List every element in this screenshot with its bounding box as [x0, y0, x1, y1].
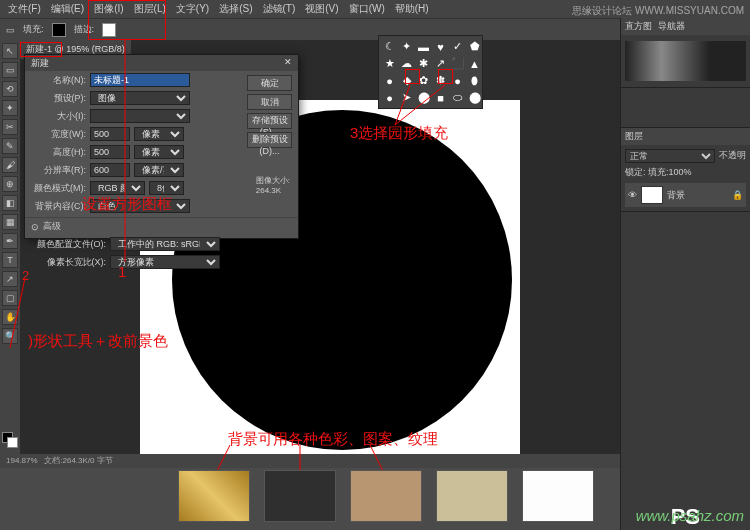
height-input[interactable] [90, 145, 130, 159]
blend-mode[interactable]: 正常 [625, 149, 715, 163]
size-label: 大小(I): [31, 110, 86, 123]
preset-select[interactable]: 图像 [90, 91, 190, 105]
shape-option[interactable]: ⬮ [467, 73, 482, 88]
hand-tool-icon[interactable]: ✋ [2, 309, 18, 325]
filesize-value: 264.3K [256, 186, 290, 195]
shape-option[interactable]: ★ [382, 56, 397, 71]
navigator-tab[interactable]: 导航器 [658, 20, 685, 33]
color-swatches-row [178, 470, 594, 522]
eyedropper-tool-icon[interactable]: ✎ [2, 138, 18, 154]
ok-button[interactable]: 确定 [247, 75, 292, 91]
status-bar: 194.87% 文档:264.3K/0 字节 [0, 454, 620, 468]
shape-option[interactable]: ● [450, 73, 465, 88]
pen-tool-icon[interactable]: ✒ [2, 233, 18, 249]
swatch-beige[interactable] [436, 470, 508, 522]
zoom-tool-icon[interactable]: 🔍 [2, 328, 18, 344]
res-input[interactable] [90, 163, 130, 177]
crop-tool-icon[interactable]: ✂ [2, 119, 18, 135]
shape-option[interactable]: ● [382, 73, 397, 88]
shape-tool-icon[interactable]: ▭ [6, 25, 15, 35]
shape-option[interactable]: ✦ [399, 39, 414, 54]
gradient-tool-icon[interactable]: ▦ [2, 214, 18, 230]
shape-tool-icon[interactable]: ▢ [2, 290, 18, 306]
histogram-tab[interactable]: 直方图 [625, 20, 652, 33]
aspect-label: 像素长宽比(X): [31, 256, 106, 269]
shape-option[interactable]: ✽ [433, 73, 448, 88]
res-unit[interactable]: 像素/英寸 [134, 163, 184, 177]
shape-option[interactable]: ■ [433, 90, 448, 105]
menu-type[interactable]: 文字(Y) [172, 1, 213, 17]
zoom-value[interactable]: 194.87% [6, 456, 38, 465]
shape-option[interactable]: ☾ [382, 39, 397, 54]
shape-option[interactable]: ⬭ [450, 90, 465, 105]
menu-image[interactable]: 图像(I) [90, 1, 127, 17]
new-document-dialog: 新建✕ 确定 取消 存储预设(S)... 删除预设(D)... 名称(N): 预… [24, 54, 299, 239]
stamp-tool-icon[interactable]: ⊕ [2, 176, 18, 192]
menu-filter[interactable]: 滤镜(T) [259, 1, 300, 17]
shape-option[interactable]: ⬤ [416, 90, 431, 105]
layer-row[interactable]: 👁 背景 🔒 [625, 183, 746, 207]
name-input[interactable] [90, 73, 190, 87]
mode-select[interactable]: RGB 颜色 [90, 181, 145, 195]
swatch-white[interactable] [522, 470, 594, 522]
shape-option[interactable]: ▬ [416, 39, 431, 54]
type-tool-icon[interactable]: T [2, 252, 18, 268]
res-label: 分辨率(R): [31, 164, 86, 177]
profile-select[interactable]: 工作中的 RGB: sRGB IEC6196... [110, 237, 220, 251]
size-select[interactable] [90, 109, 190, 123]
visibility-icon[interactable]: 👁 [628, 190, 637, 200]
swatch-tan[interactable] [350, 470, 422, 522]
lasso-tool-icon[interactable]: ⟲ [2, 81, 18, 97]
bg-label: 背景内容(C): [31, 200, 86, 213]
watermark-bottom: www.psahz.com [636, 507, 744, 524]
layers-tab[interactable]: 图层 [625, 130, 643, 143]
menu-help[interactable]: 帮助(H) [391, 1, 433, 17]
marquee-tool-icon[interactable]: ▭ [2, 62, 18, 78]
height-unit[interactable]: 像素 [134, 145, 184, 159]
color-swatches[interactable] [2, 432, 18, 448]
cancel-button[interactable]: 取消 [247, 94, 292, 110]
eraser-tool-icon[interactable]: ◧ [2, 195, 18, 211]
aspect-select[interactable]: 方形像素 [110, 255, 220, 269]
bg-select[interactable]: 白色 [90, 199, 190, 213]
shape-option[interactable]: ⬤ [467, 90, 482, 105]
stroke-swatch[interactable] [102, 23, 116, 37]
shape-option[interactable]: ☁ [399, 56, 414, 71]
doc-size: 文档:264.3K/0 字节 [44, 456, 112, 465]
move-tool-icon[interactable]: ↖ [2, 43, 18, 59]
close-icon[interactable]: ✕ [284, 57, 292, 69]
toolbox: ↖ ▭ ⟲ ✦ ✂ ✎ 🖌 ⊕ ◧ ▦ ✒ T ↗ ▢ ✋ 🔍 [0, 40, 20, 460]
stroke-label: 描边: [74, 23, 95, 36]
background-color[interactable] [7, 437, 18, 448]
delete-preset-button[interactable]: 删除预设(D)... [247, 132, 292, 148]
shape-option[interactable]: ✿ [416, 73, 431, 88]
bits-select[interactable]: 8位 [149, 181, 184, 195]
save-preset-button[interactable]: 存储预设(S)... [247, 113, 292, 129]
menu-edit[interactable]: 编辑(E) [47, 1, 88, 17]
opacity-label: 不透明 [719, 149, 746, 163]
fill-swatch[interactable] [52, 23, 66, 37]
width-input[interactable] [90, 127, 130, 141]
width-unit[interactable]: 像素 [134, 127, 184, 141]
shape-option[interactable]: ✱ [416, 56, 431, 71]
shape-option[interactable]: ◆ [399, 73, 414, 88]
brush-tool-icon[interactable]: 🖌 [2, 157, 18, 173]
menu-select[interactable]: 选择(S) [215, 1, 256, 17]
shape-option[interactable]: ▲ [467, 56, 482, 71]
shape-option[interactable]: ➤ [399, 90, 414, 105]
menu-view[interactable]: 视图(V) [301, 1, 342, 17]
wand-tool-icon[interactable]: ✦ [2, 100, 18, 116]
shape-option[interactable]: ↗ [433, 56, 448, 71]
shape-option[interactable]: ⬟ [467, 39, 482, 54]
swatch-gold[interactable] [178, 470, 250, 522]
shape-option[interactable]: ⬛ [450, 56, 465, 71]
menu-file[interactable]: 文件(F) [4, 1, 45, 17]
shape-option[interactable]: ✓ [450, 39, 465, 54]
shape-option[interactable]: ♥ [433, 39, 448, 54]
menu-layer[interactable]: 图层(L) [130, 1, 170, 17]
shape-option[interactable]: ● [382, 90, 397, 105]
menu-window[interactable]: 窗口(W) [345, 1, 389, 17]
path-tool-icon[interactable]: ↗ [2, 271, 18, 287]
advanced-toggle[interactable]: 高级 [43, 220, 61, 233]
swatch-dark[interactable] [264, 470, 336, 522]
